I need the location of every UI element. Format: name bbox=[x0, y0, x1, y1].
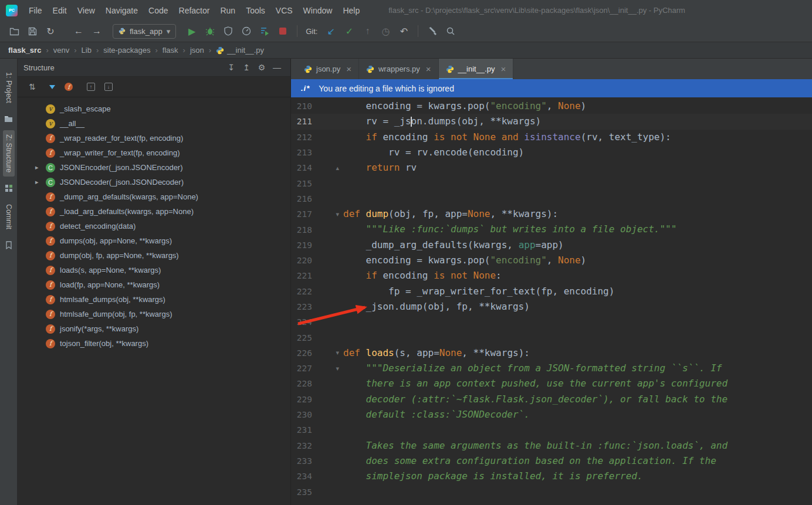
menu-file[interactable]: File bbox=[23, 4, 48, 17]
code-text[interactable]: """Like :func:`dumps` but writes into a … bbox=[343, 222, 676, 237]
code-token[interactable]: ) bbox=[581, 100, 587, 111]
code-token[interactable] bbox=[445, 270, 451, 281]
fold-marker-icon[interactable]: ▾ bbox=[312, 365, 343, 372]
show-fields-icon[interactable]: f bbox=[65, 83, 73, 91]
structure-item[interactable]: f_load_arg_defaults(kwargs, app=None) bbox=[18, 204, 290, 219]
vcs-commit-icon[interactable]: ✓ bbox=[341, 23, 357, 39]
code-token[interactable] bbox=[445, 131, 451, 143]
code-line[interactable]: 210 encoding = kwargs.pop("encoding", No… bbox=[291, 99, 812, 114]
code-text[interactable]: simplejson package is installed, it is p… bbox=[343, 469, 643, 484]
code-token[interactable]: None bbox=[558, 100, 581, 111]
code-token[interactable]: loads bbox=[366, 347, 394, 358]
code-text[interactable]: if encoding is not None and isinstance(r… bbox=[343, 130, 671, 145]
code-token[interactable]: None bbox=[439, 347, 462, 358]
build-hammer-icon[interactable] bbox=[424, 23, 441, 39]
code-token[interactable]: is bbox=[434, 131, 445, 143]
code-token[interactable]: """Like :func:`dumps` but writes into a … bbox=[343, 223, 676, 235]
group-down-icon[interactable]: ↓ bbox=[104, 83, 113, 91]
code-line[interactable]: 219 _dump_arg_defaults(kwargs, app=app) bbox=[291, 238, 812, 253]
code-line[interactable]: 218 """Like :func:`dumps` but writes int… bbox=[291, 222, 812, 237]
code-token[interactable]: None bbox=[558, 255, 581, 266]
code-token[interactable]: "encoding" bbox=[490, 255, 546, 266]
code-text[interactable]: rv = _json.dumps(obj, **kwargs) bbox=[343, 114, 541, 129]
code-text[interactable]: _json.dump(obj, fp, **kwargs) bbox=[343, 299, 530, 314]
code-token[interactable]: if bbox=[366, 270, 377, 281]
code-line[interactable]: 211 rv = _json.dumps(obj, **kwargs) bbox=[291, 114, 812, 129]
fold-marker-icon[interactable]: ▾ bbox=[312, 211, 343, 218]
code-text[interactable]: there is an app context pushed, use the … bbox=[343, 376, 728, 391]
menu-run[interactable]: Run bbox=[215, 4, 241, 17]
vcs-revert-icon[interactable]: ↶ bbox=[395, 23, 412, 39]
code-token[interactable]: "encoding" bbox=[490, 100, 546, 111]
breadcrumb-item[interactable]: site-packages bbox=[103, 46, 150, 55]
search-icon[interactable] bbox=[442, 23, 459, 39]
code-token[interactable]: def bbox=[343, 208, 360, 219]
gear-icon[interactable]: ⚙ bbox=[254, 63, 269, 72]
profiler-button[interactable] bbox=[238, 23, 255, 39]
code-line[interactable]: 235 bbox=[291, 484, 812, 499]
sidebar-item-structure[interactable]: Z: Structure bbox=[3, 130, 15, 177]
code-text[interactable]: fp = _wrap_writer_for_text(fp, encoding) bbox=[343, 284, 614, 299]
menu-vcs[interactable]: VCS bbox=[270, 4, 298, 17]
sync-icon[interactable]: ↻ bbox=[42, 23, 59, 39]
structure-item[interactable]: v__all__ bbox=[18, 116, 290, 131]
code-token[interactable] bbox=[343, 162, 366, 173]
code-token[interactable]: default :class:`JSONDecoder`. bbox=[343, 409, 530, 420]
code-token[interactable]: on.dumps(obj, **kwargs) bbox=[411, 116, 542, 127]
code-line[interactable]: 234 simplejson package is installed, it … bbox=[291, 469, 812, 484]
code-token[interactable]: does some extra configuration based on t… bbox=[343, 455, 716, 466]
code-line[interactable]: 215 bbox=[291, 175, 812, 191]
menu-navigate[interactable]: Navigate bbox=[100, 4, 143, 17]
bookmark-icon[interactable] bbox=[5, 241, 12, 249]
project-folder-icon[interactable] bbox=[4, 115, 13, 123]
close-icon[interactable]: × bbox=[426, 64, 431, 74]
structure-item[interactable]: fhtmlsafe_dumps(obj, **kwargs) bbox=[18, 292, 290, 307]
run-console-button[interactable] bbox=[256, 23, 273, 39]
breadcrumb-item[interactable]: Lib bbox=[82, 46, 92, 55]
code-text[interactable]: decoder (:attr:`~flask.Flask.json_decode… bbox=[343, 392, 728, 407]
code-line[interactable]: 212 if encoding is not None and isinstan… bbox=[291, 130, 812, 145]
expand-all-icon[interactable]: ↧ bbox=[224, 63, 239, 72]
code-token[interactable]: rv = _js bbox=[343, 116, 411, 127]
breadcrumb-item[interactable]: venv bbox=[53, 46, 69, 55]
code-token[interactable] bbox=[519, 131, 525, 143]
structure-item[interactable]: floads(s, app=None, **kwargs) bbox=[18, 263, 290, 277]
code-line[interactable]: 228 there is an app context pushed, use … bbox=[291, 376, 812, 391]
code-token[interactable] bbox=[343, 131, 366, 143]
menu-edit[interactable]: Edit bbox=[48, 4, 72, 17]
code-text[interactable]: encoding = kwargs.pop("encoding", None) bbox=[343, 99, 586, 114]
code-token[interactable]: is bbox=[434, 270, 445, 281]
code-token[interactable]: """Deserialize an object from a JSON-for… bbox=[343, 362, 722, 374]
structure-item[interactable]: f_wrap_writer_for_text(fp, encoding) bbox=[18, 145, 290, 160]
structure-item[interactable]: f_dump_arg_defaults(kwargs, app=None) bbox=[18, 189, 290, 204]
code-text[interactable]: default :class:`JSONDecoder`. bbox=[343, 407, 530, 422]
fold-marker-icon[interactable]: ▾ bbox=[312, 349, 343, 357]
group-up-icon[interactable]: ↑ bbox=[87, 83, 95, 91]
structure-item[interactable]: f_wrap_reader_for_text(fp, encoding) bbox=[18, 131, 290, 145]
code-token[interactable]: , bbox=[547, 255, 558, 266]
vcs-push-icon[interactable]: ↑ bbox=[359, 23, 375, 39]
code-token[interactable]: isinstance bbox=[524, 131, 580, 143]
structure-item[interactable]: fdetect_encoding(data) bbox=[18, 219, 290, 233]
code-token[interactable]: None bbox=[468, 208, 490, 219]
code-line[interactable]: 230 default :class:`JSONDecoder`. bbox=[291, 407, 812, 422]
code-token[interactable]: =app) bbox=[536, 239, 564, 250]
sidebar-item-project[interactable]: 1: Project bbox=[3, 68, 15, 107]
code-token[interactable]: _dump_arg_defaults(kwargs, bbox=[343, 239, 519, 250]
code-line[interactable]: 220 encoding = kwargs.pop("encoding", No… bbox=[291, 253, 812, 268]
code-text[interactable]: rv = rv.encode(encoding) bbox=[343, 145, 524, 160]
code-token[interactable]: rv bbox=[400, 162, 417, 173]
code-token[interactable]: _json.dump(obj, fp, **kwargs) bbox=[343, 301, 530, 312]
back-icon[interactable]: ← bbox=[70, 23, 87, 39]
expand-arrow-icon[interactable]: ▸ bbox=[35, 178, 46, 186]
filter-icon[interactable] bbox=[49, 85, 55, 89]
code-line[interactable]: 233 does some extra configuration based … bbox=[291, 453, 812, 469]
run-config-selector[interactable]: flask_app ▾ bbox=[113, 24, 176, 39]
code-text[interactable]: """Deserialize an object from a JSON-for… bbox=[343, 361, 722, 376]
code-line[interactable]: 229 decoder (:attr:`~flask.Flask.json_de… bbox=[291, 392, 812, 407]
code-text[interactable]: encoding = kwargs.pop("encoding", None) bbox=[343, 253, 586, 268]
structure-item[interactable]: fdumps(obj, app=None, **kwargs) bbox=[18, 233, 290, 248]
code-token[interactable]: ) bbox=[581, 255, 587, 266]
code-token[interactable] bbox=[468, 131, 473, 143]
breadcrumb-item[interactable]: __init__.py bbox=[216, 46, 264, 55]
